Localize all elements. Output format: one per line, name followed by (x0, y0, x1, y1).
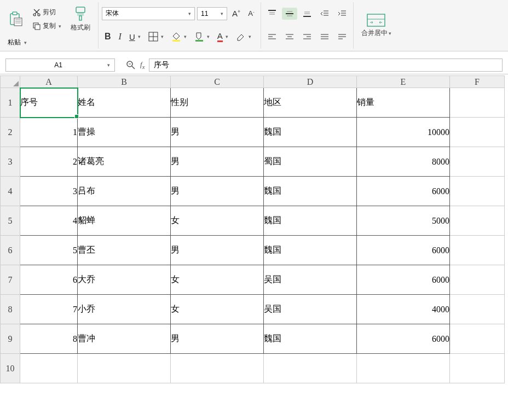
cell[interactable]: 8 (20, 324, 78, 354)
cell[interactable]: 6000 (357, 265, 450, 295)
column-header[interactable]: E (357, 76, 450, 88)
row-header[interactable]: 5 (1, 206, 20, 236)
row-header[interactable]: 7 (1, 265, 20, 295)
cell[interactable]: 5000 (357, 206, 450, 236)
cell[interactable]: 女 (171, 295, 264, 324)
cell[interactable]: 男 (171, 118, 264, 147)
highlight-button[interactable]: ▾ (192, 30, 212, 43)
cell[interactable]: 2 (20, 147, 78, 177)
cell[interactable]: 魏国 (264, 177, 357, 206)
formula-input[interactable]: 序号 (149, 59, 503, 72)
format-painter-button[interactable]: 格式刷 (66, 4, 95, 34)
cell[interactable]: 诸葛亮 (78, 147, 171, 177)
cell[interactable] (450, 295, 505, 324)
cell[interactable]: 魏国 (264, 324, 357, 354)
copy-button[interactable]: 复制 ▾ (30, 20, 64, 32)
cell[interactable]: 3 (20, 177, 78, 206)
cell[interactable] (20, 354, 78, 383)
cell[interactable]: 1 (20, 118, 78, 147)
merge-center-button[interactable]: 合并居中▾ (357, 11, 396, 40)
cell[interactable]: 地区 (264, 88, 357, 118)
cell[interactable]: 6000 (357, 236, 450, 265)
cell[interactable] (450, 177, 505, 206)
select-all-corner[interactable] (1, 76, 20, 88)
cell[interactable]: 4 (20, 206, 78, 236)
row-header[interactable]: 9 (1, 324, 20, 354)
cell[interactable]: 6000 (357, 324, 450, 354)
cell[interactable]: 曹丕 (78, 236, 171, 265)
cell[interactable] (450, 118, 505, 147)
cell[interactable]: 男 (171, 147, 264, 177)
paste-button[interactable] (4, 9, 27, 29)
align-top-button[interactable] (264, 8, 280, 20)
cell[interactable]: 吴国 (264, 295, 357, 324)
row-header[interactable]: 6 (1, 236, 20, 265)
italic-button[interactable]: I (116, 30, 124, 43)
cell[interactable]: 性别 (171, 88, 264, 118)
cell[interactable] (450, 354, 505, 383)
cell[interactable]: 姓名 (78, 88, 171, 118)
cell-A1[interactable]: 序号 (20, 88, 78, 118)
cell[interactable] (78, 354, 171, 383)
column-header[interactable]: F (450, 76, 505, 88)
zoom-icon[interactable] (126, 60, 136, 70)
cell[interactable]: 男 (171, 177, 264, 206)
cell[interactable]: 曹操 (78, 118, 171, 147)
cell[interactable]: 魏国 (264, 206, 357, 236)
align-center-button[interactable] (282, 31, 297, 43)
cell[interactable]: 男 (171, 324, 264, 354)
font-color-button[interactable]: A▾ (215, 30, 231, 44)
cell[interactable]: 8000 (357, 147, 450, 177)
column-header[interactable]: B (78, 76, 171, 88)
decrease-indent-button[interactable] (317, 8, 332, 20)
cell[interactable]: 10000 (357, 118, 450, 147)
align-middle-button[interactable] (282, 8, 297, 20)
align-bottom-button[interactable] (299, 8, 315, 20)
cell[interactable] (264, 354, 357, 383)
cell[interactable]: 吴国 (264, 265, 357, 295)
cell[interactable]: 7 (20, 295, 78, 324)
row-header[interactable]: 2 (1, 118, 20, 147)
column-header[interactable]: D (264, 76, 357, 88)
cell[interactable]: 曹冲 (78, 324, 171, 354)
cell[interactable] (357, 354, 450, 383)
bold-button[interactable]: B (102, 30, 114, 43)
column-header[interactable]: C (171, 76, 264, 88)
align-left-button[interactable] (264, 31, 280, 43)
cell[interactable]: 男 (171, 236, 264, 265)
row-header[interactable]: 8 (1, 295, 20, 324)
align-right-button[interactable] (299, 31, 315, 43)
increase-font-button[interactable]: A+ (229, 7, 243, 20)
cell[interactable] (450, 88, 505, 118)
cell[interactable]: 5 (20, 236, 78, 265)
cell[interactable]: 女 (171, 265, 264, 295)
justify-button[interactable] (317, 31, 332, 43)
cell[interactable] (450, 265, 505, 295)
cell[interactable]: 蜀国 (264, 147, 357, 177)
cell[interactable]: 吕布 (78, 177, 171, 206)
row-header[interactable]: 10 (1, 354, 20, 383)
cell[interactable]: 销量 (357, 88, 450, 118)
cell[interactable]: 魏国 (264, 236, 357, 265)
decrease-font-button[interactable]: A- (245, 8, 257, 19)
distribute-button[interactable] (334, 31, 350, 43)
row-header[interactable]: 3 (1, 147, 20, 177)
cell[interactable]: 魏国 (264, 118, 357, 147)
cell[interactable]: 6 (20, 265, 78, 295)
row-header[interactable]: 1 (1, 88, 20, 118)
borders-button[interactable]: ▾ (146, 30, 166, 43)
cell[interactable] (450, 236, 505, 265)
name-box[interactable]: A1 ▾ (5, 59, 115, 72)
fill-color-button[interactable]: ▾ (169, 30, 189, 43)
cell[interactable] (450, 324, 505, 354)
font-size-select[interactable]: 11 ▾ (197, 7, 227, 20)
column-header[interactable]: A (20, 76, 78, 88)
cell[interactable]: 小乔 (78, 295, 171, 324)
underline-button[interactable]: U▾ (126, 31, 143, 43)
increase-indent-button[interactable] (334, 8, 350, 20)
paste-label[interactable]: 粘贴 (4, 38, 21, 47)
cell[interactable]: 女 (171, 206, 264, 236)
cell[interactable]: 6000 (357, 177, 450, 206)
cell[interactable]: 4000 (357, 295, 450, 324)
row-header[interactable]: 4 (1, 177, 20, 206)
